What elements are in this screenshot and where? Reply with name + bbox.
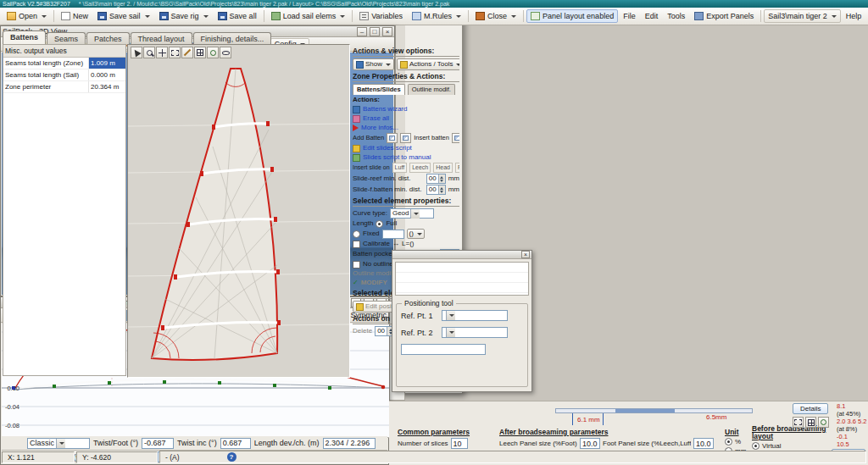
row-label: Seams total length (Sail) bbox=[3, 69, 88, 80]
ref-pt-2-select[interactable] bbox=[442, 327, 508, 338]
save-sail-button[interactable]: Save sail bbox=[93, 9, 154, 23]
menu-help[interactable]: Help bbox=[842, 9, 866, 23]
actions-tools-dropdown[interactable]: Actions / Tools bbox=[397, 58, 459, 70]
help-icon[interactable]: ? bbox=[227, 452, 236, 462]
positioning-value-input[interactable] bbox=[401, 344, 486, 355]
virtual-radio[interactable]: Virtual bbox=[752, 442, 833, 450]
print-icon[interactable] bbox=[793, 417, 804, 428]
table-row[interactable]: Seams total length (Zone) 1.009 m bbox=[3, 58, 125, 69]
panel-layout-toggle[interactable]: Panel layout enabled bbox=[526, 9, 618, 23]
slide-fbatten-spinner[interactable]: 00 bbox=[426, 185, 446, 195]
edit-slides-script-link[interactable]: Edit slides script bbox=[353, 144, 459, 152]
insert-slide-head-button[interactable]: Head bbox=[433, 163, 453, 173]
close-button[interactable]: Close bbox=[471, 9, 520, 23]
length-full-radio[interactable] bbox=[376, 220, 383, 228]
more-infos-link[interactable]: More infos... bbox=[353, 124, 459, 132]
slices-input[interactable]: 10 bbox=[451, 438, 468, 449]
load-sail-elems-button[interactable]: Load sail elems bbox=[267, 9, 350, 23]
fixed-unit-dropdown[interactable]: () bbox=[407, 229, 425, 239]
ellipse-tool-icon[interactable] bbox=[220, 47, 231, 58]
script-icon bbox=[353, 154, 360, 162]
twist-foot-label: Twist/Foot (°) bbox=[93, 439, 138, 447]
ref-pt-1-select[interactable] bbox=[442, 310, 508, 321]
length-dev-input[interactable]: 2.304 / 2.296 bbox=[323, 438, 376, 449]
open-button[interactable]: Open bbox=[3, 9, 51, 23]
twist-inc-label: Twist inc (°) bbox=[177, 439, 217, 447]
leech-panel-input[interactable]: 10.0 bbox=[580, 438, 600, 449]
tab-seams[interactable]: Seams bbox=[47, 32, 86, 44]
length-fixed-radio[interactable] bbox=[353, 230, 360, 238]
foot-panel-input[interactable]: 10.0 bbox=[693, 438, 714, 449]
no-outline-checkbox[interactable] bbox=[353, 261, 360, 268]
zoom-window-tool-icon[interactable] bbox=[169, 47, 181, 58]
menu-edit[interactable]: Edit bbox=[641, 9, 663, 23]
slide-reef-spinner[interactable]: 00 bbox=[426, 174, 446, 184]
chevron-down-icon bbox=[145, 15, 150, 18]
add-batten-alt-icon[interactable] bbox=[400, 133, 411, 143]
fixed-length-input[interactable] bbox=[382, 230, 404, 239]
table-row[interactable]: Zone perimeter 20.364 m bbox=[3, 81, 125, 93]
erase-all-link[interactable]: Erase all bbox=[353, 114, 459, 123]
sail-outline-drawing bbox=[128, 45, 349, 377]
save-rig-button[interactable]: Save rig bbox=[155, 9, 213, 23]
list-row[interactable] bbox=[396, 283, 528, 293]
tab-finishing[interactable]: Finishing, details... bbox=[193, 32, 272, 44]
calibrate-checkbox[interactable] bbox=[353, 241, 360, 248]
profile-family-select[interactable]: Classic bbox=[27, 438, 90, 449]
tab-thread-layout[interactable]: Thread layout bbox=[131, 32, 192, 44]
calibrate-l-label: L=() bbox=[402, 240, 414, 248]
zoom-tool-icon[interactable] bbox=[143, 47, 155, 58]
grid-icon[interactable] bbox=[805, 417, 816, 428]
positioning-titlebar[interactable]: × bbox=[392, 251, 531, 259]
pan-tool-icon[interactable] bbox=[156, 47, 168, 58]
scrollbar-thumb[interactable] bbox=[615, 409, 675, 412]
tab-patches[interactable]: Patches bbox=[86, 32, 130, 44]
grid-tool-icon[interactable] bbox=[194, 47, 206, 58]
insert-slide-foot-button[interactable]: Foot bbox=[455, 163, 459, 173]
positioning-list[interactable] bbox=[395, 262, 529, 296]
menu-tools[interactable]: Tools bbox=[663, 9, 689, 23]
insert-slide-luff-button[interactable]: Luff bbox=[392, 163, 408, 173]
table-row[interactable]: Seams total length (Sail) 0.000 m bbox=[3, 69, 125, 81]
maximize-icon[interactable]: □ bbox=[370, 27, 380, 36]
slides-script-manual-link[interactable]: Slides script to manual bbox=[353, 153, 459, 162]
select-tool-icon[interactable] bbox=[131, 47, 142, 58]
control-point bbox=[218, 381, 221, 385]
zone-properties-header: Zone Properties & Actions: bbox=[353, 72, 459, 82]
curve-type-select[interactable]: Geod bbox=[390, 208, 434, 219]
variables-button[interactable]: Variables bbox=[355, 9, 407, 23]
chevron-down-icon bbox=[832, 15, 837, 18]
delete-button[interactable]: Delete bbox=[353, 327, 372, 335]
m-rules-button[interactable]: M.Rules bbox=[408, 9, 465, 23]
slide-reef-label: Slide-reef min. dist. bbox=[353, 174, 424, 183]
export-panels-button[interactable]: Export Panels bbox=[690, 9, 758, 23]
close-icon[interactable]: × bbox=[382, 27, 392, 36]
unit-percent-radio[interactable]: % bbox=[725, 438, 747, 446]
insert-slide-leech-button[interactable]: Leech bbox=[409, 163, 431, 173]
sail-selector[interactable]: Sail3\main tiger 2 bbox=[764, 9, 841, 23]
new-button[interactable]: New bbox=[57, 9, 92, 23]
list-row[interactable] bbox=[396, 263, 528, 273]
save-all-button[interactable]: Save all bbox=[214, 9, 261, 23]
subtab-battens-slides[interactable]: Battens/Slides bbox=[353, 84, 405, 95]
add-batten-icon[interactable] bbox=[387, 133, 398, 143]
save-icon bbox=[97, 12, 107, 20]
modify-button[interactable]: MODIFY bbox=[361, 279, 387, 287]
measure-tool-icon[interactable] bbox=[181, 47, 193, 58]
subtab-outline-modif[interactable]: Outline modif. bbox=[408, 84, 455, 95]
twist-inc-input[interactable]: 0.687 bbox=[220, 438, 251, 449]
details-button[interactable]: Details bbox=[793, 403, 828, 414]
ref-pt-2-label: Ref. Pt. 2 bbox=[401, 329, 438, 337]
show-dropdown[interactable]: Show bbox=[353, 58, 394, 70]
layout-canvas[interactable] bbox=[127, 44, 350, 378]
tab-battens[interactable]: Battens bbox=[3, 30, 46, 44]
menu-file[interactable]: File bbox=[619, 9, 640, 23]
close-icon[interactable]: × bbox=[521, 251, 530, 258]
battens-wizard-link[interactable]: Battens wizard bbox=[353, 105, 459, 113]
redraw-tool-icon[interactable] bbox=[207, 47, 219, 58]
minimize-icon[interactable]: – bbox=[357, 27, 367, 36]
insert-batten-icon[interactable] bbox=[452, 133, 459, 143]
list-row[interactable] bbox=[396, 273, 528, 283]
refresh-icon[interactable] bbox=[818, 417, 829, 428]
twist-foot-input[interactable]: -0.687 bbox=[142, 438, 174, 449]
